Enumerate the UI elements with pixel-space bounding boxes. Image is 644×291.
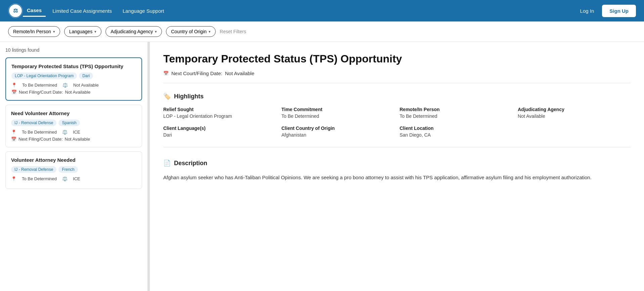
tag-ij-removal-3: IJ - Removal Defense (11, 166, 56, 173)
case-tags-1: LOP - Legal Orientation Program Dari (11, 72, 136, 79)
scale-icon: ⚖️ (62, 130, 68, 135)
highlight-loc-value: San Diego, CA (400, 132, 513, 138)
tag-ij-removal: IJ - Removal Defense (11, 119, 56, 126)
header: ⚖ Cases Limited Case Assignments Languag… (0, 0, 644, 21)
logo-icon: ⚖ (8, 3, 23, 18)
filing-value-1: Not Available (65, 90, 91, 95)
detail-panel: Temporary Protected Status (TPS) Opportu… (150, 42, 644, 291)
remote-in-person-label: Remote/In Person (13, 29, 51, 34)
main-layout: 10 listings found Temporary Protected St… (0, 42, 644, 291)
tag-icon: 🏷️ (163, 93, 171, 100)
highlight-country-value: Afghanistan (282, 132, 394, 138)
location-pin-icon: 📍 (11, 130, 16, 135)
main-nav: Cases Limited Case Assignments Language … (23, 5, 168, 17)
highlight-client-country: Client Country of Origin Afghanistan (282, 126, 394, 138)
country-of-origin-filter[interactable]: Country of Origin ▾ (166, 26, 216, 37)
highlight-country-label: Client Country of Origin (282, 126, 394, 131)
nav-cases[interactable]: Cases (23, 5, 46, 17)
location-pin-icon: 📍 (11, 176, 16, 181)
remote-in-person-filter[interactable]: Remote/In Person ▾ (8, 26, 60, 37)
highlight-time-commitment: Time Commitment To Be Determined (282, 107, 394, 119)
highlight-client-languages: Client Language(s) Dari (163, 126, 276, 138)
case-meta-2: 📍 To Be Determined ⚖️ ICE (11, 130, 136, 135)
filter-bar: Remote/In Person ▾ Languages ▾ Adjudicat… (0, 21, 644, 42)
description-section: 📄 Description Afghan asylum seeker who h… (163, 157, 631, 182)
signup-button[interactable]: Sign Up (602, 5, 636, 17)
case-scale-1: Not Available (73, 83, 99, 88)
tag-spanish: Spanish (58, 119, 80, 126)
listings-count: 10 listings found (5, 47, 142, 53)
detail-title: Temporary Protected Status (TPS) Opportu… (163, 53, 631, 65)
case-card-3[interactable]: Volunteer Attorney Needed IJ - Removal D… (5, 151, 142, 189)
highlight-client-location: Client Location San Diego, CA (400, 126, 513, 138)
case-filing-1: 📅 Next Filing/Court Date: Not Available (11, 90, 136, 95)
adjudicating-agency-filter[interactable]: Adjudicating Agency ▾ (105, 26, 162, 37)
highlight-remote-in-person: Remote/In Person To Be Determined (400, 107, 513, 119)
highlight-lang-value: Dari (163, 132, 276, 138)
case-meta-3: 📍 To Be Determined ⚖️ ICE (11, 176, 136, 181)
case-card-1[interactable]: Temporary Protected Status (TPS) Opportu… (5, 57, 142, 101)
highlights-section-title: 🏷️ Highlights (163, 93, 631, 100)
case-card-title-2: Need Volunteer Attorney (11, 110, 136, 116)
calendar-icon: 📅 (11, 90, 17, 95)
case-meta-1: 📍 To Be Determined ⚖️ Not Available (11, 83, 136, 88)
svg-text:⚖: ⚖ (13, 8, 18, 13)
filing-label-1: Next Filing/Court Date: (19, 90, 63, 95)
nav-limited-case[interactable]: Limited Case Assignments (48, 5, 116, 16)
case-tags-3: IJ - Removal Defense French (11, 166, 136, 173)
calendar-icon: 📅 (163, 71, 169, 76)
chevron-down-icon: ▾ (209, 30, 211, 34)
case-location-1: To Be Determined (22, 83, 57, 88)
highlight-time-label: Time Commitment (282, 107, 394, 112)
case-scale-2: ICE (73, 130, 80, 135)
highlight-agency-label: Adjudicating Agency (518, 107, 631, 112)
country-of-origin-label: Country of Origin (171, 29, 207, 34)
tag-dari: Dari (79, 72, 93, 79)
nav-language-support[interactable]: Language Support (119, 5, 168, 16)
login-button[interactable]: Log In (576, 5, 598, 16)
sidebar: 10 listings found Temporary Protected St… (0, 42, 148, 291)
case-tags-2: IJ - Removal Defense Spanish (11, 119, 136, 126)
highlight-loc-label: Client Location (400, 126, 513, 131)
scale-icon: ⚖️ (62, 176, 68, 181)
case-location-2: To Be Determined (22, 130, 57, 135)
case-scale-3: ICE (73, 176, 80, 181)
case-filing-2: 📅 Next Filing/Court Date: Not Available (11, 137, 136, 142)
chevron-down-icon: ▾ (53, 30, 55, 34)
description-label: Description (174, 160, 207, 167)
filing-label-2: Next Filing/Court Date: (18, 137, 63, 142)
detail-court-date: 📅 Next Court/Filing Date: Not Available (163, 70, 631, 83)
highlight-agency-value: Not Available (518, 113, 631, 119)
case-card-title-3: Volunteer Attorney Needed (11, 157, 136, 163)
highlight-relief-sought: Relief Sought LOP - Legal Orientation Pr… (163, 107, 276, 119)
highlights-label: Highlights (174, 93, 204, 100)
highlight-time-value: To Be Determined (282, 113, 394, 119)
tag-lop: LOP - Legal Orientation Program (11, 72, 77, 79)
court-date-value: Not Available (225, 70, 254, 76)
calendar-icon: 📅 (11, 137, 16, 142)
highlight-relief-label: Relief Sought (163, 107, 276, 112)
highlight-adjudicating-agency: Adjudicating Agency Not Available (518, 107, 631, 119)
case-location-3: To Be Determined (22, 176, 57, 181)
document-icon: 📄 (163, 159, 171, 167)
highlight-remote-label: Remote/In Person (400, 107, 513, 112)
languages-label: Languages (69, 29, 92, 34)
languages-filter[interactable]: Languages ▾ (64, 26, 101, 37)
chevron-down-icon: ▾ (94, 30, 96, 34)
court-date-label: Next Court/Filing Date: (171, 70, 222, 76)
highlights-grid: Relief Sought LOP - Legal Orientation Pr… (163, 107, 631, 147)
description-section-title: 📄 Description (163, 159, 631, 167)
case-card-title-1: Temporary Protected Status (TPS) Opportu… (11, 63, 136, 69)
header-actions: Log In Sign Up (576, 5, 636, 17)
chevron-down-icon: ▾ (155, 30, 157, 34)
filing-value-2: Not Available (65, 137, 90, 142)
tag-french: French (58, 166, 78, 173)
adjudicating-agency-label: Adjudicating Agency (111, 29, 153, 34)
scale-icon: ⚖️ (62, 83, 68, 88)
reset-filters-button[interactable]: Reset Filters (220, 29, 246, 34)
description-text: Afghan asylum seeker who has Anti-Taliba… (163, 174, 631, 182)
highlight-remote-value: To Be Determined (400, 113, 513, 119)
highlight-lang-label: Client Language(s) (163, 126, 276, 131)
case-card-2[interactable]: Need Volunteer Attorney IJ - Removal Def… (5, 105, 142, 147)
highlight-relief-value: LOP - Legal Orientation Program (163, 113, 276, 119)
